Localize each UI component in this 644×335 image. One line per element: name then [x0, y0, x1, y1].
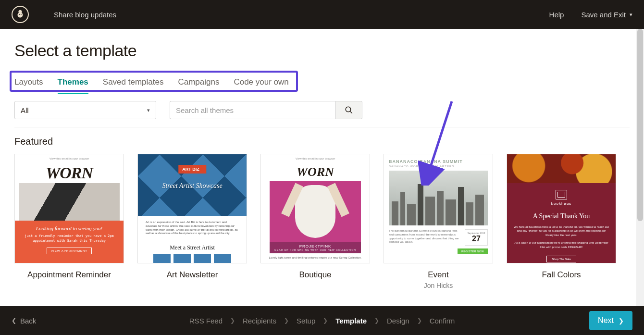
tab-themes[interactable]: Themes — [58, 77, 88, 94]
back-button[interactable]: ❮ Back — [12, 317, 36, 325]
crumb-rss-feed[interactable]: RSS Feed — [189, 317, 223, 325]
template-name: Fall Colors — [507, 270, 616, 280]
wizard-breadcrumbs: RSS Feed❯ Recipients❯ Setup❯ Template❯ D… — [189, 317, 455, 325]
divider — [14, 127, 630, 127]
save-and-exit-label: Save and Exit — [581, 11, 626, 19]
crumb-design[interactable]: Design — [387, 317, 409, 325]
wizard-footer: ❮ Back RSS Feed❯ Recipients❯ Setup❯ Temp… — [0, 306, 644, 335]
chevron-right-icon: ❯ — [619, 317, 624, 324]
logo[interactable] — [12, 6, 29, 23]
crumb-confirm[interactable]: Confirm — [430, 317, 455, 325]
chevron-right-icon: ❯ — [417, 317, 422, 324]
tab-layouts[interactable]: Layouts — [14, 77, 43, 88]
save-and-exit[interactable]: Save and Exit ▾ — [581, 11, 632, 19]
crumb-template[interactable]: Template — [335, 317, 367, 325]
template-thumbnail: View this email in your browser WORN PRO… — [260, 154, 370, 263]
template-source-tabs: Layouts Themes Saved templates Campaigns… — [14, 77, 630, 93]
template-thumbnail: View this email in your browser WORN Loo… — [14, 154, 124, 263]
tab-saved-templates[interactable]: Saved templates — [103, 77, 164, 88]
book-icon — [556, 190, 567, 199]
template-author: Jon Hicks — [384, 282, 493, 289]
template-card-appointment-reminder[interactable]: View this email in your browser WORN Loo… — [14, 154, 124, 289]
template-card-boutique[interactable]: View this email in your browser WORN PRO… — [260, 154, 370, 289]
chevron-right-icon: ❯ — [374, 317, 379, 324]
category-filter-dropdown[interactable]: All ▾ — [14, 101, 156, 119]
page-title: Select a template — [14, 41, 630, 60]
search-input[interactable] — [170, 101, 335, 119]
template-thumbnail: bookhaus A Special Thank You We here at … — [507, 154, 616, 263]
chevron-down-icon: ▾ — [147, 107, 150, 113]
main-content: Select a template Layouts Themes Saved t… — [0, 29, 644, 306]
back-label: Back — [20, 317, 36, 325]
chevron-right-icon: ❯ — [323, 317, 328, 324]
template-card-fall-colors[interactable]: bookhaus A Special Thank You We here at … — [507, 154, 616, 289]
tab-campaigns[interactable]: Campaigns — [178, 77, 219, 88]
template-thumbnail: BANANACO BANANA SUMMIT BANANACO WORLD HE… — [384, 154, 493, 263]
template-name: Boutique — [260, 270, 370, 280]
template-name: Event — [384, 270, 493, 280]
template-name: Appointment Reminder — [14, 270, 124, 280]
template-name: Art Newsletter — [137, 270, 247, 280]
category-filter-value: All — [21, 106, 29, 114]
template-card-art-newsletter[interactable]: ART BIZ Street Artist Showcase Art is an… — [137, 154, 247, 289]
next-button[interactable]: Next ❯ — [589, 311, 632, 330]
campaign-name: Share blog updates — [54, 11, 116, 19]
chevron-left-icon: ❮ — [12, 317, 16, 324]
chevron-right-icon: ❯ — [284, 317, 289, 324]
section-heading-featured: Featured — [14, 136, 630, 147]
svg-point-0 — [346, 107, 351, 112]
chevron-down-icon: ▾ — [630, 12, 632, 18]
svg-line-1 — [350, 111, 352, 113]
crumb-recipients[interactable]: Recipients — [243, 317, 276, 325]
tab-code-your-own[interactable]: Code your own — [234, 77, 288, 88]
search-button[interactable] — [335, 101, 362, 119]
help-link[interactable]: Help — [549, 11, 564, 19]
crumb-setup[interactable]: Setup — [297, 317, 315, 325]
template-thumbnail: ART BIZ Street Artist Showcase Art is an… — [137, 154, 247, 263]
chevron-right-icon: ❯ — [230, 317, 235, 324]
vertical-scrollbar[interactable] — [636, 29, 644, 306]
template-cards: View this email in your browser WORN Loo… — [14, 154, 630, 289]
scrollbar-thumb[interactable] — [637, 29, 643, 221]
next-label: Next — [598, 316, 614, 325]
top-bar: Share blog updates Help Save and Exit ▾ — [0, 0, 644, 29]
template-card-event[interactable]: BANANACO BANANA SUMMIT BANANACO WORLD HE… — [384, 154, 493, 289]
search-icon — [345, 106, 353, 114]
